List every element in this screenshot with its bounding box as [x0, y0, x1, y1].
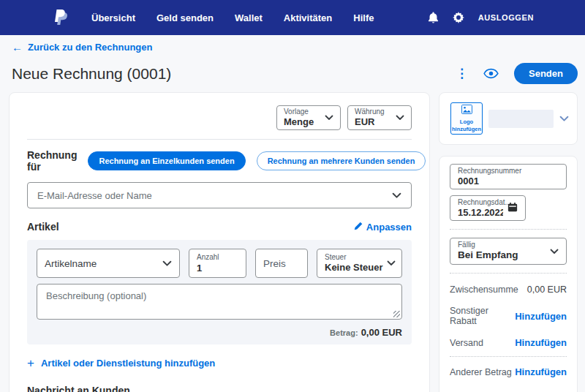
item-row-panel: Anzahl Steuer Keine Steuer	[27, 240, 412, 344]
subheader: ← Zurück zu den Rechnungen	[0, 35, 585, 54]
nav-item-aktivitaeten[interactable]: Aktivitäten	[284, 12, 332, 23]
back-arrow-icon: ←	[12, 42, 23, 53]
invoice-details-card: Rechnungsnummer Rechnungsdat...	[439, 156, 578, 392]
title-row: Neue Rechnung (0001) ⋮ Senden	[0, 54, 585, 84]
dotted-divider	[450, 356, 567, 357]
add-shipping-link[interactable]: Hinzufügen	[515, 337, 567, 348]
template-select[interactable]: Vorlage Menge	[276, 105, 341, 130]
bell-icon[interactable]	[428, 12, 439, 24]
items-section-heading: Artikel	[27, 221, 59, 233]
preview-eye-icon[interactable]	[483, 68, 499, 79]
top-nav: Übersicht Geld senden Wallet Aktivitäten…	[0, 0, 585, 35]
shipping-label: Versand	[450, 338, 483, 348]
due-value: Bei Empfang	[458, 249, 546, 262]
tax-value: Keine Steuer	[325, 262, 382, 274]
due-date-select[interactable]: Fällig Bei Empfang	[450, 238, 567, 265]
invoice-summary-sidebar: Logo hinzufügen Rechnungsnummer Rechnung…	[439, 92, 578, 392]
add-item-label: Artikel oder Dienstleistung hinzufügen	[41, 358, 215, 369]
due-label: Fällig	[458, 241, 546, 250]
template-label: Vorlage	[284, 108, 314, 117]
customer-email-input[interactable]	[37, 190, 386, 201]
add-item-link[interactable]: + Artikel oder Dienstleistung hinzufügen	[27, 357, 412, 369]
currency-label: Währung	[355, 108, 385, 117]
customer-email-field[interactable]	[27, 182, 412, 208]
back-to-invoices-link[interactable]: ← Zurück zu den Rechnungen	[12, 42, 152, 53]
item-amount-row: Betrag:0,00 EUR	[37, 327, 402, 338]
discount-label: Sonstiger Rabatt	[450, 306, 515, 326]
amount-value: 0,00 EUR	[361, 327, 402, 338]
logo-card: Logo hinzufügen	[439, 92, 578, 145]
gear-icon[interactable]	[453, 12, 464, 23]
quantity-field[interactable]: Anzahl	[189, 249, 246, 278]
send-button[interactable]: Senden	[514, 63, 578, 84]
chevron-down-icon	[396, 115, 404, 121]
item-name-input[interactable]	[45, 258, 158, 269]
message-section-heading: Nachricht an Kunden	[27, 385, 412, 392]
invoice-form-card: Vorlage Menge Währung EUR Rechnung für	[9, 92, 430, 392]
chevron-down-icon	[387, 260, 396, 266]
template-value: Menge	[284, 116, 314, 128]
add-logo-button[interactable]: Logo hinzufügen	[450, 102, 483, 135]
more-options-icon[interactable]: ⋮	[456, 67, 468, 80]
business-info-placeholder	[488, 110, 554, 128]
image-icon	[461, 104, 472, 117]
discount-row: Sonstiger Rabatt Hinzufügen	[450, 306, 567, 326]
invoice-date-input[interactable]	[458, 207, 503, 218]
other-amount-label: Anderer Betrag	[450, 367, 512, 377]
logout-button[interactable]: AUSLOGGEN	[478, 13, 534, 22]
plus-icon: +	[27, 357, 34, 369]
paypal-logo-icon[interactable]	[53, 9, 68, 27]
subtotal-value: 0,00 EUR	[527, 284, 567, 295]
quantity-label: Anzahl	[197, 253, 238, 263]
invoice-number-field[interactable]: Rechnungsnummer	[450, 164, 567, 189]
nav-item-uebersicht[interactable]: Übersicht	[91, 12, 135, 23]
price-input[interactable]	[263, 258, 300, 269]
tax-label: Steuer	[325, 253, 382, 263]
recipient-section-label: Rechnung für	[27, 149, 77, 173]
amount-label: Betrag:	[330, 328, 358, 337]
quantity-input[interactable]	[197, 263, 238, 274]
dotted-divider	[450, 273, 567, 274]
resize-handle[interactable]	[393, 311, 400, 317]
add-discount-link[interactable]: Hinzufügen	[515, 311, 567, 322]
subtotal-label: Zwischensumme	[450, 284, 518, 295]
shipping-row: Versand Hinzufügen	[450, 337, 567, 348]
single-customer-toggle[interactable]: Rechnung an Einzelkunden senden	[88, 151, 245, 170]
invoice-date-field[interactable]: Rechnungsdat...	[450, 195, 526, 221]
chevron-down-icon[interactable]	[559, 116, 569, 122]
item-name-combobox[interactable]	[37, 249, 180, 278]
divider	[27, 139, 412, 140]
back-link-label: Zurück zu den Rechnungen	[28, 42, 152, 53]
multiple-customers-toggle[interactable]: Rechnung an mehrere Kunden senden	[257, 151, 426, 170]
dotted-divider	[450, 229, 567, 230]
calendar-icon[interactable]	[507, 202, 518, 215]
item-description-input[interactable]	[46, 290, 393, 313]
add-other-amount-link[interactable]: Hinzufügen	[515, 366, 567, 377]
subtotal-row: Zwischensumme 0,00 EUR	[450, 284, 567, 295]
currency-select[interactable]: Währung EUR	[347, 105, 412, 130]
chevron-down-icon	[550, 249, 559, 255]
add-logo-label: Logo hinzufügen	[451, 118, 482, 133]
nav-item-wallet[interactable]: Wallet	[235, 12, 263, 23]
currency-value: EUR	[355, 116, 385, 128]
chevron-down-icon	[325, 115, 333, 121]
invoice-number-label: Rechnungsnummer	[458, 167, 559, 176]
price-field[interactable]	[255, 249, 308, 278]
tax-select[interactable]: Steuer Keine Steuer	[317, 249, 402, 278]
customize-items-link[interactable]: Anpassen	[354, 222, 412, 233]
pencil-icon	[354, 222, 363, 233]
nav-item-hilfe[interactable]: Hilfe	[353, 12, 374, 23]
other-amount-row: Anderer Betrag Hinzufügen	[450, 366, 567, 377]
page-title: Neue Rechnung (0001)	[12, 65, 171, 83]
invoice-date-label: Rechnungsdat...	[458, 198, 503, 208]
chevron-down-icon[interactable]	[162, 260, 172, 267]
nav-item-geld-senden[interactable]: Geld senden	[156, 12, 214, 23]
customize-link-label: Anpassen	[366, 222, 412, 233]
item-description-box[interactable]	[37, 284, 402, 320]
invoice-number-input[interactable]	[458, 176, 559, 186]
chevron-down-icon[interactable]	[392, 192, 401, 199]
